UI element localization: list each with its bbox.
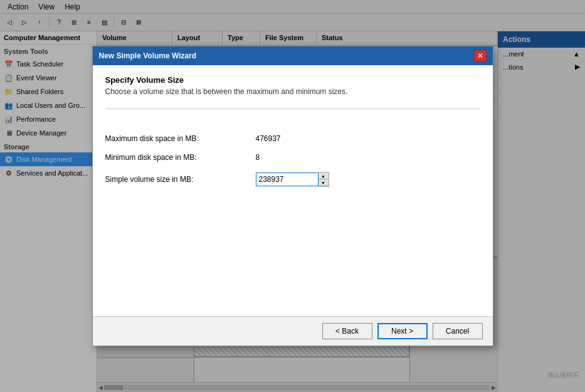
cancel-button[interactable]: Cancel (433, 323, 483, 339)
spinner-down-button[interactable]: ▼ (319, 179, 329, 186)
field-label-size: Simple volume size in MB: (105, 175, 256, 184)
dialog-overlay: New Simple Volume Wizard ✕ Specify Volum… (0, 0, 585, 392)
dialog-titlebar: New Simple Volume Wizard ✕ (93, 46, 493, 65)
field-value-max: 476937 (256, 134, 281, 143)
volume-size-input[interactable] (256, 172, 319, 186)
dialog-divider (105, 109, 480, 109)
dialog-footer: < Back Next > Cancel (93, 316, 493, 346)
dialog-close-button[interactable]: ✕ (474, 50, 487, 61)
field-value-min: 8 (256, 153, 260, 162)
field-label-min: Minimum disk space in MB: (105, 153, 256, 162)
dialog-title: New Simple Volume Wizard (99, 51, 197, 60)
spinner-up-button[interactable]: ▲ (319, 172, 329, 179)
dialog-section-title: Specify Volume Size (105, 75, 480, 85)
wizard-dialog: New Simple Volume Wizard ✕ Specify Volum… (92, 46, 493, 346)
field-label-max: Maximum disk space in MB: (105, 134, 256, 143)
next-button[interactable]: Next > (377, 323, 428, 339)
volume-size-spinner: ▲ ▼ (319, 172, 329, 187)
volume-size-input-wrapper: ▲ ▼ (256, 172, 329, 187)
field-row-size: Simple volume size in MB: ▲ ▼ (105, 172, 480, 187)
dialog-section-desc: Choose a volume size that is between the… (105, 87, 480, 96)
field-row-max: Maximum disk space in MB: 476937 (105, 134, 480, 143)
field-row-min: Minimum disk space in MB: 8 (105, 153, 480, 162)
back-button[interactable]: < Back (322, 323, 372, 339)
dialog-body: Specify Volume Size Choose a volume size… (93, 65, 493, 316)
